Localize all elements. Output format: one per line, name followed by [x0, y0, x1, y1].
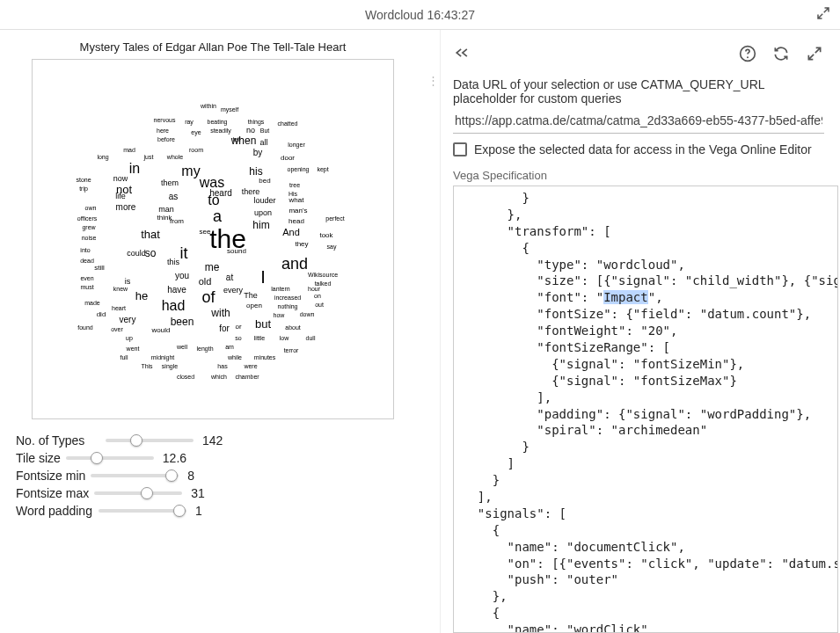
wordcloud-word[interactable]: noise — [82, 235, 97, 241]
slider-track-types[interactable] — [106, 433, 194, 447]
wordcloud-word[interactable]: all — [259, 139, 267, 147]
wordcloud-word[interactable]: dull — [306, 335, 316, 341]
wordcloud-word[interactable]: length — [196, 346, 213, 352]
wordcloud-word[interactable]: tell — [233, 136, 241, 142]
wordcloud-word[interactable]: in — [129, 162, 140, 176]
wordcloud-word[interactable]: mad — [123, 147, 135, 153]
wordcloud-word[interactable]: chatted — [278, 120, 298, 127]
wordcloud-word[interactable]: have — [167, 286, 186, 295]
wordcloud-word[interactable]: beating — [208, 119, 228, 125]
wordcloud-word[interactable]: and — [281, 256, 308, 272]
wordcloud-word[interactable]: eye — [191, 129, 201, 135]
wordcloud-word[interactable]: heard — [209, 189, 232, 198]
wordcloud-word[interactable]: must — [80, 284, 93, 290]
help-icon[interactable] — [738, 44, 757, 63]
slider-track-padding[interactable] — [99, 504, 186, 518]
wordcloud-word[interactable]: am — [225, 344, 234, 350]
wordcloud-word[interactable]: up — [126, 335, 133, 341]
wordcloud-word[interactable]: would — [152, 327, 171, 334]
wordcloud-word[interactable]: no — [246, 127, 255, 135]
wordcloud-word[interactable]: But — [260, 127, 270, 134]
wordcloud-word[interactable]: His — [289, 191, 297, 197]
wordcloud-word[interactable]: so — [235, 335, 241, 341]
wordcloud-word[interactable]: been — [171, 316, 194, 327]
wordcloud-word[interactable]: more — [116, 203, 136, 212]
wordcloud-word[interactable]: into — [80, 247, 90, 253]
wordcloud-word[interactable]: minutes — [254, 354, 276, 360]
wordcloud-word[interactable]: what — [289, 197, 304, 204]
wordcloud-word[interactable]: tree — [289, 182, 300, 188]
wordcloud-word[interactable]: louder — [253, 197, 275, 205]
wordcloud-word[interactable]: hour — [308, 286, 320, 292]
wordcloud-word[interactable]: I — [260, 268, 266, 286]
wordcloud-word[interactable]: stone — [76, 177, 91, 183]
wordcloud-word[interactable]: were — [244, 363, 257, 369]
wordcloud-word[interactable]: The — [244, 292, 258, 300]
expand-panel-icon[interactable] — [805, 44, 824, 63]
expand-window-icon[interactable] — [815, 5, 831, 24]
wordcloud-word[interactable]: at — [226, 273, 233, 282]
wordcloud-word[interactable]: head — [289, 218, 304, 225]
wordcloud-word[interactable]: made — [84, 300, 100, 306]
wordcloud-canvas[interactable]: theandIofitatohadwasmyinnothethatbutmeso… — [32, 59, 394, 419]
wordcloud-word[interactable]: or — [235, 324, 241, 331]
wordcloud-word[interactable]: before — [157, 136, 175, 142]
wordcloud-word[interactable]: chamber — [235, 374, 259, 380]
wordcloud-word[interactable]: closed — [177, 374, 194, 380]
wordcloud-word[interactable]: him — [252, 220, 269, 230]
slider-track-fontmin[interactable] — [91, 469, 179, 483]
wordcloud-word[interactable]: went — [127, 346, 140, 352]
wordcloud-word[interactable]: officers — [77, 215, 97, 222]
wordcloud-word[interactable]: ray — [185, 119, 194, 125]
url-input[interactable] — [453, 108, 824, 134]
wordcloud-word[interactable]: midnight — [151, 354, 174, 360]
wordcloud-word[interactable]: could — [127, 250, 146, 258]
refresh-icon[interactable] — [771, 44, 791, 63]
wordcloud-word[interactable]: This — [141, 363, 152, 369]
slider-track-fontmax[interactable] — [94, 486, 182, 500]
wordcloud-word[interactable]: bed — [259, 178, 270, 185]
wordcloud-word[interactable]: so — [145, 248, 157, 258]
wordcloud-word[interactable]: man's — [289, 207, 307, 215]
wordcloud-word[interactable]: they — [295, 241, 308, 248]
wordcloud-word[interactable]: life — [115, 193, 126, 200]
wordcloud-word[interactable]: that — [141, 229, 160, 240]
wordcloud-word[interactable]: man — [158, 206, 174, 214]
wordcloud-word[interactable]: it — [180, 245, 188, 261]
wordcloud-word[interactable]: now — [113, 175, 128, 183]
wordcloud-word[interactable]: is — [125, 278, 131, 286]
wordcloud-word[interactable]: found — [77, 324, 93, 331]
wordcloud-word[interactable]: own — [85, 205, 97, 211]
wordcloud-word[interactable]: this — [167, 258, 179, 266]
wordcloud-word[interactable]: steadily — [210, 127, 231, 134]
wordcloud-word[interactable]: my — [181, 164, 200, 178]
wordcloud-word[interactable]: perfect — [325, 215, 344, 222]
wordcloud-word[interactable]: nervous — [154, 117, 176, 123]
splitter-handle[interactable]: ⋮ — [426, 30, 440, 633]
slider-track-tile[interactable] — [66, 451, 154, 465]
wordcloud-word[interactable]: his — [249, 166, 262, 177]
wordcloud-word[interactable]: lantern — [271, 286, 289, 292]
wordcloud-word[interactable]: And — [282, 228, 300, 237]
wordcloud-word[interactable]: a — [213, 208, 222, 224]
wordcloud-word[interactable]: old — [199, 277, 212, 287]
wordcloud-word[interactable]: you — [175, 272, 189, 280]
checkbox-icon[interactable] — [453, 142, 467, 156]
wordcloud-word[interactable]: Wikisource — [308, 272, 338, 278]
wordcloud-word[interactable]: by — [253, 149, 263, 157]
wordcloud-word[interactable]: opening — [288, 166, 310, 172]
wordcloud-word[interactable]: well — [177, 344, 187, 350]
wordcloud-word[interactable]: terror — [284, 347, 299, 353]
wordcloud-word[interactable]: he — [135, 290, 148, 302]
wordcloud-word[interactable]: very — [120, 316, 136, 324]
expose-checkbox-row[interactable]: Expose the selected data for access in t… — [453, 142, 840, 156]
wordcloud-word[interactable]: there — [242, 188, 260, 196]
wordcloud-word[interactable]: but — [255, 318, 271, 330]
wordcloud-word[interactable]: which — [211, 374, 227, 380]
wordcloud-word[interactable]: longer — [288, 142, 304, 148]
wordcloud-word[interactable]: single — [162, 363, 178, 369]
wordcloud-word[interactable]: dead — [80, 258, 94, 264]
wordcloud-word[interactable]: sound — [227, 248, 246, 255]
wordcloud-word[interactable]: down — [300, 311, 315, 317]
wordcloud-word[interactable]: even — [80, 275, 93, 281]
